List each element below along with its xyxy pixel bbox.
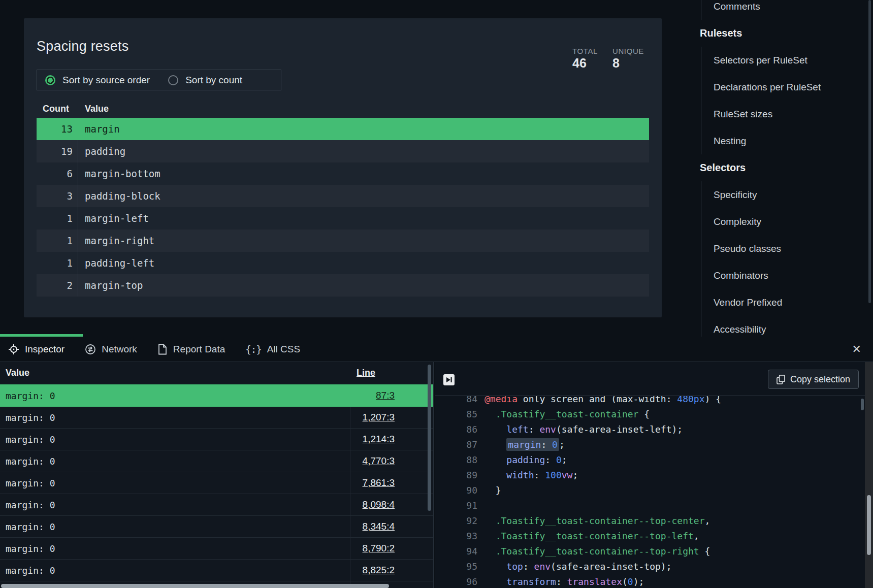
inspector-row[interactable]: margin: 08,790:2 xyxy=(0,538,433,560)
inspector-table-header: Value Line xyxy=(0,362,433,384)
inspector-row[interactable]: margin: 01,207:3 xyxy=(0,407,433,429)
sidebar-item-specificity[interactable]: Specificity xyxy=(691,181,866,208)
declaration-value: margin: 0 xyxy=(6,521,55,532)
column-divider xyxy=(78,118,78,140)
code-scrollbar-thumb[interactable] xyxy=(861,399,864,410)
code-text: .Toastify__toast-container--top-left, xyxy=(484,531,699,541)
expand-panel-button[interactable] xyxy=(443,374,455,385)
code-line-84: 84@media only screen and (max-width: 480… xyxy=(435,396,857,406)
sidebar-item-pseudo-classes[interactable]: Pseudo classes xyxy=(691,235,866,262)
inspector-row[interactable]: margin: 08,098:4 xyxy=(0,494,433,516)
line-link[interactable]: 1,214:3 xyxy=(363,434,395,445)
column-divider xyxy=(78,140,78,162)
code-line-95: 95 top: env(safe-area-inset-top); xyxy=(435,559,857,574)
line-link[interactable]: 87:3 xyxy=(376,390,395,401)
line-number: 94 xyxy=(435,546,477,557)
code-line-94: 94 .Toastify__toast-container--top-right… xyxy=(435,543,857,559)
code-viewer-panel: Copy selection 84@media only screen and … xyxy=(435,362,865,588)
close-panel-button[interactable]: ✕ xyxy=(852,337,861,362)
row-count: 2 xyxy=(37,280,73,291)
tab-inspector[interactable]: Inspector xyxy=(8,344,64,355)
copy-selection-button[interactable]: Copy selection xyxy=(768,370,859,389)
radio-sort-source-order[interactable] xyxy=(45,75,55,85)
tab-report-data[interactable]: Report Data xyxy=(157,344,225,355)
column-divider xyxy=(78,185,78,207)
copy-selection-label: Copy selection xyxy=(790,374,850,385)
declaration-value: margin: 0 xyxy=(6,565,55,576)
spacing-row-margin[interactable]: 13margin xyxy=(37,118,649,140)
sidebar-item-complexity[interactable]: Complexity xyxy=(691,208,866,235)
line-link[interactable]: 8,345:4 xyxy=(363,521,395,532)
line-link[interactable]: 1,207:3 xyxy=(363,412,395,423)
spacing-row-margin-left[interactable]: 1margin-left xyxy=(37,207,649,230)
tab-network-label: Network xyxy=(102,344,137,355)
sort-radio-group: Sort by source order Sort by count xyxy=(37,70,281,90)
spacing-row-padding[interactable]: 19padding xyxy=(37,140,649,162)
sidebar-item-combinators[interactable]: Combinators xyxy=(691,262,866,289)
inspector-row[interactable]: margin: 01,214:3 xyxy=(0,429,433,450)
stat-unique: UNIQUE 8 xyxy=(612,47,644,71)
declaration-value: margin: 0 xyxy=(6,478,55,488)
line-number: 96 xyxy=(435,576,477,587)
column-divider xyxy=(78,274,78,297)
stat-total: TOTAL 46 xyxy=(572,47,598,71)
spacing-row-margin-right[interactable]: 1margin-right xyxy=(37,230,649,252)
inspector-row[interactable]: margin: 08,345:4 xyxy=(0,516,433,538)
code-text: .Toastify__toast-container--top-right { xyxy=(484,546,710,557)
sidebar-scrollbar[interactable] xyxy=(868,0,871,303)
radio-sort-count[interactable] xyxy=(168,75,178,85)
declaration-value: margin: 0 xyxy=(6,500,55,510)
inspector-row[interactable]: margin: 087:3 xyxy=(0,384,433,407)
inspector-vertical-scrollbar[interactable] xyxy=(428,365,431,511)
inspector-row[interactable]: margin: 08,825:2 xyxy=(0,560,433,581)
row-value: padding-left xyxy=(85,257,154,269)
metrics-sidebar: CommentsRulesetsSelectors per RuleSetDec… xyxy=(691,0,866,343)
sidebar-item-vendor-prefixed[interactable]: Vendor Prefixed xyxy=(691,289,866,316)
tab-all-css[interactable]: {:} All CSS xyxy=(245,344,300,355)
code-text: transform: translatex(0); xyxy=(484,576,644,587)
tab-report-data-label: Report Data xyxy=(173,344,225,355)
line-link[interactable]: 8,825:2 xyxy=(363,565,395,576)
code-line-90: 90 } xyxy=(435,482,857,498)
radio-sort-source-order-label[interactable]: Sort by source order xyxy=(62,75,150,86)
code-line-86: 86 left: env(safe-area-inset-left); xyxy=(435,421,857,437)
tab-network[interactable]: Network xyxy=(85,344,137,355)
inspector-row[interactable]: margin: 04,770:3 xyxy=(0,450,433,472)
row-count: 3 xyxy=(37,190,73,202)
line-link[interactable]: 8,098:4 xyxy=(363,499,395,510)
page-scrollbar-thumb[interactable] xyxy=(867,495,871,555)
sidebar-heading-rulesets: Rulesets xyxy=(691,27,742,39)
stat-total-label: TOTAL xyxy=(572,47,598,55)
sidebar-item-declarations-per-ruleset[interactable]: Declarations per RuleSet xyxy=(691,74,866,101)
spacing-row-margin-top[interactable]: 2margin-top xyxy=(37,274,649,297)
line-number: 91 xyxy=(435,500,477,511)
code-text: top: env(safe-area-inset-top); xyxy=(484,561,672,572)
code-line-92: 92 .Toastify__toast-container--top-cente… xyxy=(435,513,857,528)
code-text: .Toastify__toast-container--top-center, xyxy=(484,515,710,526)
declaration-value: margin: 0 xyxy=(6,434,55,445)
inspector-horizontal-scrollbar[interactable] xyxy=(1,584,389,588)
row-value: margin-right xyxy=(85,235,154,246)
row-count: 1 xyxy=(37,257,73,269)
radio-sort-count-label[interactable]: Sort by count xyxy=(185,75,242,86)
stat-total-value: 46 xyxy=(572,56,598,71)
bottom-tab-bar: Inspector Network Report Data {:} All CS… xyxy=(0,337,873,362)
spacing-row-padding-left[interactable]: 1padding-left xyxy=(37,252,649,274)
sidebar-item-nesting[interactable]: Nesting xyxy=(691,127,866,154)
spacing-row-padding-block[interactable]: 3padding-block xyxy=(37,185,649,207)
row-value: margin xyxy=(85,123,120,135)
sidebar-item-ruleset-sizes[interactable]: RuleSet sizes xyxy=(691,101,866,127)
spacing-row-margin-bottom[interactable]: 6margin-bottom xyxy=(37,162,649,185)
line-link[interactable]: 7,861:3 xyxy=(363,477,395,488)
inspector-header-line[interactable]: Line xyxy=(357,368,375,378)
inspector-row[interactable]: margin: 07,861:3 xyxy=(0,472,433,494)
line-link[interactable]: 4,770:3 xyxy=(363,455,395,467)
row-count: 1 xyxy=(37,213,73,224)
column-divider xyxy=(78,162,78,185)
line-number: 86 xyxy=(435,424,477,435)
sidebar-item-selectors-per-ruleset[interactable]: Selectors per RuleSet xyxy=(691,47,866,74)
declaration-value: margin: 0 xyxy=(6,456,55,467)
line-link[interactable]: 8,790:2 xyxy=(363,543,395,554)
sidebar-item-comments[interactable]: Comments xyxy=(691,0,866,20)
declaration-value: margin: 0 xyxy=(6,390,55,401)
